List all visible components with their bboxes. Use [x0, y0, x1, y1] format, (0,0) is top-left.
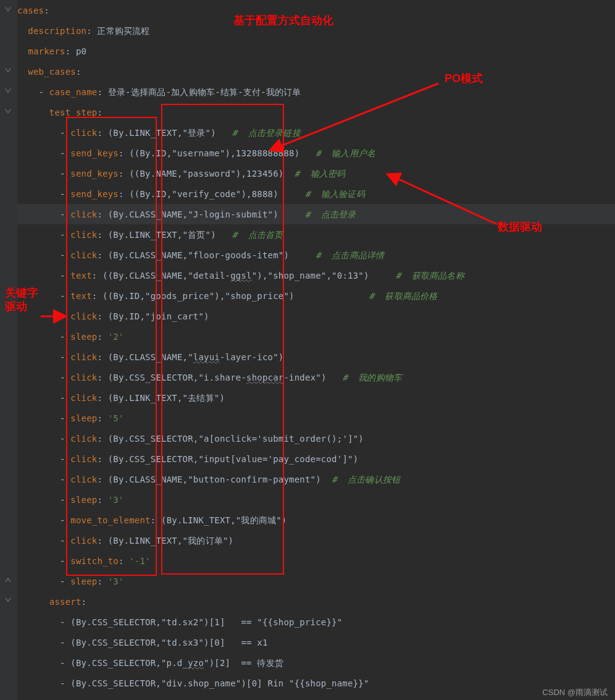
code-line[interactable]: - sleep: '3': [17, 571, 615, 591]
code-line[interactable]: - click: (By.LINK_TEXT,"首页") # 点击首页: [17, 224, 615, 245]
code-line[interactable]: - click: (By.CLASS_NAME,"layui-layer-ico…: [17, 347, 615, 367]
fold-icon[interactable]: [4, 596, 12, 605]
code-line[interactable]: - click: (By.ID,"join_cart"): [17, 306, 615, 326]
code-line[interactable]: cases:: [17, 0, 615, 20]
code-line[interactable]: - click: (By.CSS_SELECTOR,"a[onclick='su…: [17, 428, 615, 449]
code-line[interactable]: - send_keys: ((By.ID,"verify_code"),8888…: [17, 183, 615, 204]
code-line[interactable]: - sleep: '5': [17, 408, 615, 428]
code-line[interactable]: - click: (By.CLASS_NAME,"J-login-submit"…: [17, 204, 615, 224]
fold-icon[interactable]: [4, 67, 12, 75]
code-line[interactable]: - click: (By.LINK_TEXT,"登录") # 点击登录链接: [17, 122, 615, 143]
code-line[interactable]: - case_name: 登录-选择商品-加入购物车-结算-支付-我的订单: [17, 82, 615, 102]
code-line[interactable]: - click: (By.LINK_TEXT,"去结算"): [17, 387, 615, 408]
code-editor[interactable]: cases: description: 正常购买流程 markers: p0 w…: [0, 0, 615, 700]
code-line[interactable]: assert:: [17, 591, 615, 612]
code-line[interactable]: - click: (By.CSS_SELECTOR,"input[value='…: [17, 449, 615, 469]
code-line[interactable]: - (By.CSS_SELECTOR,"td.sx3")[0] == x1: [17, 632, 615, 652]
code-line[interactable]: - send_keys: ((By.ID,"username"),1328888…: [17, 143, 615, 163]
code-line[interactable]: test_step:: [17, 102, 615, 122]
code-area[interactable]: cases: description: 正常购买流程 markers: p0 w…: [17, 0, 615, 700]
code-line[interactable]: - click: (By.CLASS_NAME,"button-confirm-…: [17, 469, 615, 489]
fold-icon[interactable]: [4, 6, 12, 14]
code-line[interactable]: - sleep: '3': [17, 489, 615, 510]
code-line[interactable]: - (By.CSS_SELECTOR,"td.sx2")[1] == "{{sh…: [17, 612, 615, 632]
watermark: CSDN @雨滴测试: [542, 688, 608, 696]
code-line[interactable]: web_cases:: [17, 61, 615, 82]
code-line[interactable]: - send_keys: ((By.NAME,"password"),12345…: [17, 163, 615, 183]
code-line[interactable]: - click: (By.CSS_SELECTOR,"i.share-shopc…: [17, 367, 615, 387]
code-line[interactable]: - sleep: '2': [17, 326, 615, 347]
gutter: [0, 0, 17, 700]
code-line[interactable]: description: 正常购买流程: [17, 20, 615, 41]
fold-end-icon[interactable]: [4, 576, 12, 584]
code-line[interactable]: - switch_to: '-1': [17, 550, 615, 571]
code-line[interactable]: - click: (By.CLASS_NAME,"floor-goods-ite…: [17, 245, 615, 265]
code-line[interactable]: - move_to_element: (By.LINK_TEXT,"我的商城"): [17, 510, 615, 530]
fold-icon[interactable]: [4, 87, 12, 96]
code-line[interactable]: - text: ((By.ID,"goods_price"),"shop_pri…: [17, 285, 615, 306]
code-line[interactable]: markers: p0: [17, 41, 615, 61]
code-line[interactable]: - (By.CSS_SELECTOR,"div.shop_name")[0] R…: [17, 673, 615, 693]
code-line[interactable]: - (By.CSS_SELECTOR,"p.d_yzo")[2] == 待发货: [17, 652, 615, 673]
fold-icon[interactable]: [4, 108, 12, 116]
code-line[interactable]: - click: (By.LINK_TEXT,"我的订单"): [17, 530, 615, 550]
code-line[interactable]: - text: ((By.CLASS_NAME,"detail-ggsl"),"…: [17, 265, 615, 285]
